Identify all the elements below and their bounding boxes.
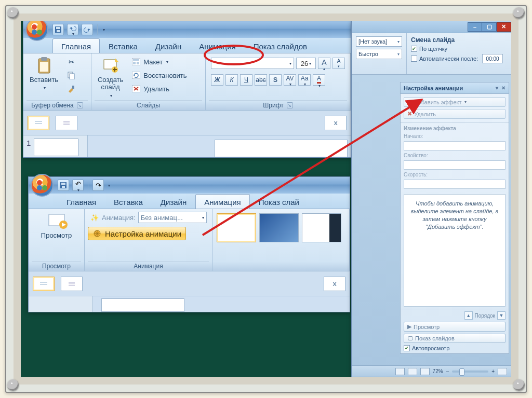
remove-effect-button[interactable]: ✖ Удалить	[404, 109, 506, 119]
new-slide-label: Создать слайд	[98, 76, 123, 91]
slides-tab[interactable]	[61, 277, 83, 291]
svg-rect-12	[72, 86, 74, 89]
transition-fade[interactable]	[259, 213, 299, 242]
slide-thumbnail[interactable]	[101, 298, 184, 312]
svg-rect-39	[40, 282, 47, 283]
font-color-button[interactable]: A▾	[313, 74, 325, 86]
titlebar-bottom: ↶▾ ↷ ▾	[29, 177, 350, 194]
outline-tab[interactable]	[33, 277, 55, 291]
delete-slide-button[interactable]: Удалить	[129, 83, 189, 95]
autopreview-check[interactable]: ✔Автопросмотр	[404, 345, 506, 351]
svg-rect-6	[57, 30, 60, 32]
chevron-down-icon: ▾	[464, 100, 467, 104]
font-family-combo[interactable]: ▾	[211, 58, 294, 69]
minimize-button[interactable]: –	[468, 22, 482, 32]
paste-button[interactable]: Вставить ▾	[26, 56, 61, 91]
tab-design[interactable]: Дизайн	[147, 38, 190, 53]
close-pane-button[interactable]: x	[324, 277, 345, 291]
redo-icon[interactable]: ↷	[92, 180, 104, 191]
view-slideshow-button[interactable]	[420, 368, 430, 375]
slides-tab[interactable]	[56, 116, 77, 130]
speed-combo[interactable]	[404, 180, 506, 189]
transition-none[interactable]	[217, 213, 256, 242]
transition-speed-combo[interactable]: Быстро▾	[356, 49, 402, 59]
maximize-button[interactable]: ▢	[482, 22, 497, 32]
shrink-font-button[interactable]: A▾	[332, 58, 345, 69]
format-painter-button[interactable]	[64, 83, 78, 95]
zoom-out-button[interactable]: –	[446, 368, 449, 374]
tab-animation[interactable]: Анимация	[190, 38, 244, 53]
fit-window-button[interactable]	[498, 368, 507, 375]
qat-customize-icon[interactable]: ▾	[103, 28, 105, 32]
font-size-combo[interactable]: 26▾	[296, 58, 316, 69]
underline-button[interactable]: Ч	[240, 74, 252, 86]
layout-button[interactable]: Макет▾	[129, 56, 189, 68]
tab-slideshow[interactable]: Показ слайдов	[245, 38, 316, 53]
start-combo[interactable]	[404, 141, 506, 150]
italic-button[interactable]: К	[225, 74, 238, 86]
strikethrough-button[interactable]: abc	[255, 74, 267, 86]
window-controls: – ▢ ✕	[352, 21, 511, 33]
window-close-button[interactable]: ✕	[497, 22, 511, 32]
close-pane-button[interactable]: x	[325, 116, 347, 130]
reset-icon	[131, 71, 141, 80]
transition-gallery[interactable]	[214, 210, 344, 245]
play-button[interactable]: ▶Просмотр	[404, 322, 506, 332]
move-up-button[interactable]: ▲	[464, 311, 473, 320]
dialog-launcher-icon[interactable]: ↘	[77, 102, 83, 108]
zoom-in-button[interactable]: +	[491, 368, 495, 374]
char-spacing-button[interactable]: AV▾	[284, 74, 296, 86]
play-label: Просмотр	[414, 324, 440, 330]
clipboard-group-label: Буфер обмена	[31, 102, 74, 109]
tab-home[interactable]: Главная	[58, 194, 105, 209]
grow-font-button[interactable]: A▴	[318, 58, 330, 69]
slide-thumbnail[interactable]	[34, 139, 78, 156]
undo-icon[interactable]: ↶▾	[72, 180, 84, 191]
cut-button[interactable]: ✂	[64, 56, 78, 68]
outline-tab[interactable]	[28, 116, 49, 130]
taskpane-menu-icon[interactable]: ▾	[496, 85, 498, 91]
ribbon-animation: Просмотр Просмотр ✨ Анимация: Без анимац…	[29, 209, 350, 271]
view-normal-button[interactable]	[395, 368, 405, 375]
quick-access-toolbar: ↶▾ ↷ ▾	[58, 180, 110, 191]
move-down-button[interactable]: ▼	[497, 311, 506, 320]
transition-sound-combo[interactable]: [Нет звука]▾	[356, 36, 402, 47]
new-slide-button[interactable]: Создать слайд ▾	[95, 56, 126, 99]
remove-label: Удалить	[414, 111, 436, 117]
text-shadow-button[interactable]: S	[269, 74, 282, 86]
office-button[interactable]	[31, 174, 54, 197]
property-combo[interactable]	[404, 160, 506, 170]
preview-label: Просмотр	[41, 232, 72, 239]
tab-design[interactable]: Дизайн	[152, 194, 195, 209]
slideshow-button[interactable]: 🖵Показ слайдов	[404, 334, 506, 343]
bold-button[interactable]: Ж	[211, 74, 223, 86]
tab-home[interactable]: Главная	[52, 38, 100, 53]
tab-insert[interactable]: Вставка	[100, 38, 147, 53]
after-time-field[interactable]: 00:00	[482, 54, 503, 63]
save-icon[interactable]	[58, 180, 69, 191]
tab-slideshow[interactable]: Показ слай	[250, 194, 308, 209]
save-icon[interactable]	[52, 24, 64, 35]
taskpane-close-icon[interactable]: ✕	[501, 85, 506, 91]
transition-wipe[interactable]	[302, 213, 341, 242]
tab-animation[interactable]: Анимация	[195, 194, 249, 209]
advance-onclick-check[interactable]: ✔По щелчку	[411, 46, 507, 52]
add-effect-button[interactable]: ✦ Добавить эффект ▾	[404, 97, 506, 107]
view-sorter-button[interactable]	[408, 368, 417, 375]
copy-button[interactable]	[64, 69, 78, 81]
advance-after-check[interactable]: Автоматически после:00:00	[411, 54, 507, 63]
slide-tabs-strip: x	[29, 271, 350, 296]
undo-icon[interactable]: ▾	[67, 24, 78, 35]
reset-button[interactable]: Восстановить	[129, 69, 189, 81]
slide-canvas[interactable]	[215, 140, 348, 157]
titlebar-top: ▾ ▾	[23, 21, 351, 38]
tab-insert[interactable]: Вставка	[105, 194, 152, 209]
zoom-slider[interactable]	[452, 370, 488, 373]
animation-combo[interactable]: Без анимац...▾	[138, 212, 207, 223]
dialog-launcher-icon[interactable]: ↘	[287, 102, 293, 108]
redo-icon[interactable]	[82, 24, 93, 35]
svg-point-29	[42, 180, 47, 185]
change-case-button[interactable]: Aa▾	[298, 74, 311, 86]
custom-animation-button[interactable]: Настройка анимации	[88, 227, 186, 240]
preview-button[interactable]: Просмотр	[38, 211, 75, 240]
